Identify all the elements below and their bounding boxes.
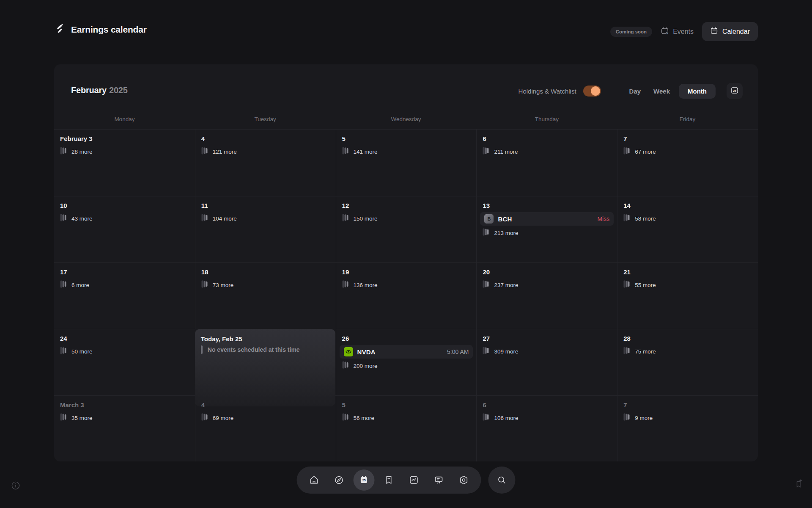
earnings-event-chip[interactable]: NVDA 5:00 AM bbox=[340, 345, 473, 359]
calendar-day-cell[interactable]: 5 56 more bbox=[336, 395, 477, 461]
calendar-day-cell[interactable]: 27 309 more bbox=[476, 329, 617, 395]
bookmark-return-icon[interactable] bbox=[793, 478, 804, 491]
more-label: 73 more bbox=[213, 282, 234, 288]
board-icon[interactable] bbox=[428, 469, 450, 491]
cell-date: Today, Feb 25 bbox=[201, 335, 330, 342]
more-events-row[interactable]: 50 more bbox=[54, 345, 195, 358]
info-icon[interactable] bbox=[11, 481, 20, 492]
view-tab-day[interactable]: Day bbox=[623, 84, 647, 99]
calendar-day-cell[interactable]: February 3 28 more bbox=[54, 130, 195, 196]
weekday-friday: Friday bbox=[617, 116, 758, 122]
more-events-row[interactable]: 69 more bbox=[195, 411, 336, 424]
more-events-row[interactable]: 43 more bbox=[54, 212, 195, 225]
date-picker-button[interactable]: 25 bbox=[727, 83, 743, 99]
stack-icon bbox=[342, 147, 348, 156]
more-events-row[interactable]: 9 more bbox=[617, 411, 758, 424]
earnings-event-chip[interactable]: B BCH Miss bbox=[480, 212, 614, 226]
more-events-row[interactable]: 200 more bbox=[336, 359, 477, 372]
more-events-row[interactable]: 56 more bbox=[336, 411, 477, 424]
ticker-logo: B bbox=[484, 214, 494, 224]
note-bar-icon bbox=[201, 345, 203, 354]
more-label: 58 more bbox=[635, 215, 656, 222]
bookmark-icon[interactable] bbox=[379, 469, 400, 491]
events-nav-button[interactable]: $ Events bbox=[661, 27, 694, 37]
cell-body: 106 more bbox=[477, 411, 617, 424]
stack-icon bbox=[60, 147, 66, 156]
more-label: 28 more bbox=[71, 149, 93, 155]
stack-icon bbox=[623, 280, 630, 290]
calendar-day-cell[interactable]: 4 69 more bbox=[195, 395, 336, 461]
cell-body: 211 more bbox=[477, 145, 617, 158]
holdings-watchlist-toggle[interactable] bbox=[583, 86, 601, 97]
compass-icon[interactable] bbox=[329, 469, 350, 491]
more-events-row[interactable]: 211 more bbox=[477, 145, 617, 158]
calendar-day-cell[interactable]: 12 150 more bbox=[336, 196, 477, 262]
view-switcher: Day Week Month bbox=[623, 84, 716, 99]
weekday-monday: Monday bbox=[54, 116, 195, 122]
calendar-day-cell[interactable]: March 3 35 more bbox=[54, 395, 195, 461]
more-label: 211 more bbox=[494, 149, 518, 155]
stack-icon bbox=[483, 228, 489, 237]
calendar-day-cell[interactable]: 7 9 more bbox=[617, 395, 758, 461]
more-events-row[interactable]: 141 more bbox=[336, 145, 477, 158]
stack-icon bbox=[60, 214, 66, 223]
more-events-row[interactable]: 213 more bbox=[477, 226, 617, 239]
more-events-row[interactable]: 73 more bbox=[195, 279, 336, 291]
more-label: 200 more bbox=[354, 363, 378, 369]
home-icon[interactable] bbox=[304, 469, 325, 491]
brand: Earnings calendar bbox=[55, 24, 147, 35]
calendar-day-cell[interactable]: 18 73 more bbox=[195, 262, 336, 329]
calendar-day-cell[interactable]: 14 58 more bbox=[617, 196, 758, 262]
calendar-day-cell[interactable]: 20 237 more bbox=[476, 262, 617, 329]
calendar-day-cell[interactable]: 6 211 more bbox=[476, 130, 617, 196]
calendar-day-cell[interactable]: 6 106 more bbox=[476, 395, 617, 461]
calendar-day-cell[interactable]: 19 136 more bbox=[336, 262, 477, 329]
cell-date: 27 bbox=[483, 335, 611, 342]
calendar-day-cell[interactable]: 13 B BCH Miss 213 more bbox=[476, 196, 617, 262]
calendar-tab-icon[interactable]: 25 bbox=[354, 469, 375, 491]
more-events-row[interactable]: 150 more bbox=[336, 212, 477, 225]
cell-body: 58 more bbox=[617, 212, 758, 225]
more-events-row[interactable]: 6 more bbox=[54, 279, 195, 291]
more-events-row[interactable]: 75 more bbox=[617, 345, 758, 358]
more-label: 43 more bbox=[71, 215, 93, 222]
more-events-row[interactable]: 237 more bbox=[477, 279, 617, 291]
calendar-day-cell[interactable]: 5 141 more bbox=[336, 130, 477, 196]
view-tab-week[interactable]: Week bbox=[647, 84, 676, 99]
more-events-row[interactable]: 28 more bbox=[54, 145, 195, 158]
calendar-day-cell[interactable]: 7 67 more bbox=[617, 130, 758, 196]
more-events-row[interactable]: 35 more bbox=[54, 411, 195, 424]
calendar-day-cell[interactable]: 17 6 more bbox=[54, 262, 195, 329]
calendar-day-cell[interactable]: 11 104 more bbox=[195, 196, 336, 262]
more-events-row[interactable]: 55 more bbox=[617, 279, 758, 291]
calendar-day-cell[interactable]: 21 55 more bbox=[617, 262, 758, 329]
calendar-day-cell[interactable]: 26 NVDA 5:00 AM 200 more bbox=[336, 329, 477, 395]
cell-date: 28 bbox=[623, 335, 752, 342]
more-events-row[interactable]: 121 more bbox=[195, 145, 336, 158]
bottom-dock: 25 bbox=[297, 467, 516, 494]
cell-body: 121 more bbox=[195, 145, 336, 158]
more-label: 136 more bbox=[354, 282, 378, 288]
calendar-day-cell[interactable]: 24 50 more bbox=[54, 329, 195, 395]
calendar-day-cell[interactable]: 4 121 more bbox=[195, 130, 336, 196]
page-title: Earnings calendar bbox=[71, 25, 147, 35]
cell-date: 13 bbox=[483, 202, 611, 209]
svg-text:25: 25 bbox=[362, 478, 365, 482]
more-events-row[interactable]: 309 more bbox=[477, 345, 617, 358]
more-label: 75 more bbox=[635, 348, 656, 355]
more-events-row[interactable]: 67 more bbox=[617, 145, 758, 158]
more-events-row[interactable]: 136 more bbox=[336, 279, 477, 291]
more-label: 309 more bbox=[494, 348, 518, 355]
calendar-day-cell[interactable]: 10 43 more bbox=[54, 196, 195, 262]
calendar-day-cell[interactable]: 28 75 more bbox=[617, 329, 758, 395]
calendar-nav-button[interactable]: Calendar bbox=[702, 22, 758, 41]
more-events-row[interactable]: 104 more bbox=[195, 212, 336, 225]
cell-body: B BCH Miss 213 more bbox=[477, 212, 617, 239]
settings-nut-icon[interactable] bbox=[453, 469, 475, 491]
more-events-row[interactable]: 106 more bbox=[477, 411, 617, 424]
more-events-row[interactable]: 58 more bbox=[617, 212, 758, 225]
view-tab-month[interactable]: Month bbox=[679, 84, 716, 99]
search-button[interactable] bbox=[488, 467, 516, 494]
calendar-day-cell[interactable]: Today, Feb 25 No events scheduled at thi… bbox=[195, 329, 336, 395]
chart-icon[interactable] bbox=[403, 469, 425, 491]
